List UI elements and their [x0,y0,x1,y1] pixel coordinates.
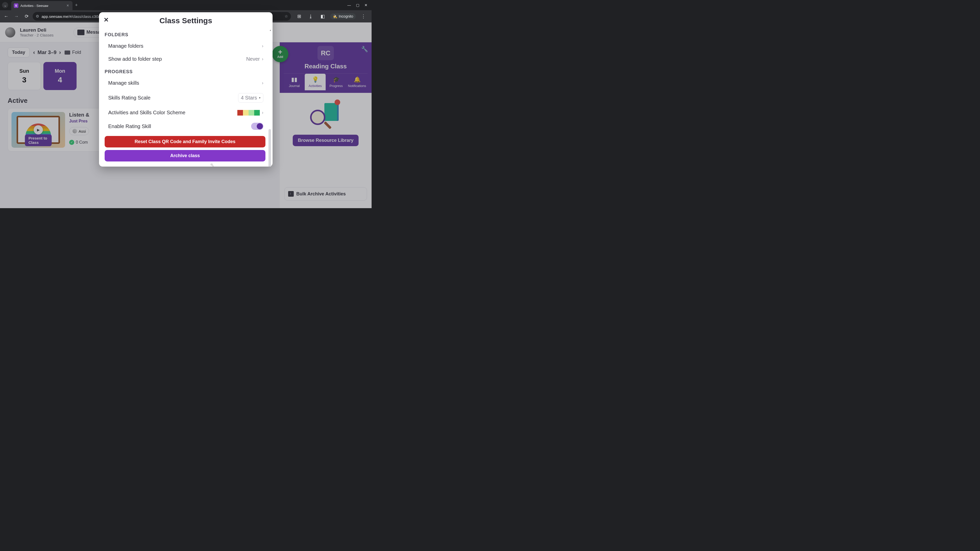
reload-button[interactable]: ⟳ [22,12,30,21]
row-label: Manage skills [108,80,139,86]
row-enable-rating: Enable Rating Skill [105,119,266,133]
chevron-down-icon: ▾ [259,96,261,100]
reset-codes-button[interactable]: Reset Class QR Code and Family Invite Co… [105,136,266,148]
back-button[interactable]: ← [2,12,10,21]
chevron-right-icon: › [262,110,263,115]
downloads-icon[interactable]: ⭳ [307,12,315,21]
tab-title: Activities - Seesaw [21,4,65,8]
row-label: Manage folders [108,43,143,49]
minimize-icon[interactable]: — [347,3,351,7]
row-manage-skills[interactable]: Manage skills › [105,76,266,89]
chevron-right-icon: › [262,56,263,62]
row-manage-folders[interactable]: Manage folders › [105,40,266,52]
row-label: Enable Rating Skill [108,124,151,129]
enable-rating-toggle[interactable] [251,123,263,130]
maximize-icon[interactable]: ▢ [356,3,360,7]
color-swatches [237,110,260,116]
row-color-scheme[interactable]: Activities and Skills Color Scheme › [105,106,266,119]
chevron-right-icon: › [262,80,263,86]
archive-class-button[interactable]: Archive class [105,150,266,162]
row-label: Show add to folder step [108,56,162,62]
incognito-badge[interactable]: 🕵 Incognito [330,13,356,19]
scroll-up-icon[interactable]: ▴ [270,29,271,32]
close-tab-icon[interactable]: × [65,3,70,8]
row-value: Never [246,56,260,62]
browser-menu-icon[interactable]: ⋮ [360,12,368,21]
section-folders: FOLDERS [105,32,266,38]
chevron-right-icon: › [262,43,263,49]
browser-titlebar: ⌄ S Activities - Seesaw × + — ▢ ✕ [0,0,372,10]
class-settings-modal: ✕ Class Settings ▴ FOLDERS Manage folder… [99,12,272,167]
section-progress: PROGRESS [105,69,266,75]
row-value: 4 Stars [241,95,257,101]
sidepanel-icon[interactable]: ◧ [318,12,327,21]
browser-tab[interactable]: S Activities - Seesaw × [11,1,73,10]
close-window-icon[interactable]: ✕ [364,3,368,7]
seesaw-favicon-icon: S [14,3,18,8]
extensions-icon[interactable]: ⊞ [295,12,303,21]
row-show-add-to-folder[interactable]: Show add to folder step Never › [105,52,266,65]
tab-search-icon[interactable]: ⌄ [2,2,8,8]
window-controls: — ▢ ✕ [347,3,369,7]
bookmark-icon[interactable]: ☆ [285,14,288,19]
row-skills-rating-scale: Skills Rating Scale 4 Stars ▾ [105,89,266,106]
incognito-label: Incognito [339,14,353,18]
forward-button: → [12,12,21,21]
incognito-icon: 🕵 [333,14,337,18]
modal-scrollbar[interactable] [269,129,271,167]
close-modal-icon[interactable]: ✕ [103,16,109,24]
modal-title: Class Settings [104,16,267,25]
row-label: Skills Rating Scale [108,95,151,101]
new-tab-button[interactable]: + [73,3,80,8]
rating-scale-select[interactable]: 4 Stars ▾ [238,93,263,103]
site-info-icon[interactable]: ⚙ [36,14,39,19]
row-label: Activities and Skills Color Scheme [108,110,185,116]
